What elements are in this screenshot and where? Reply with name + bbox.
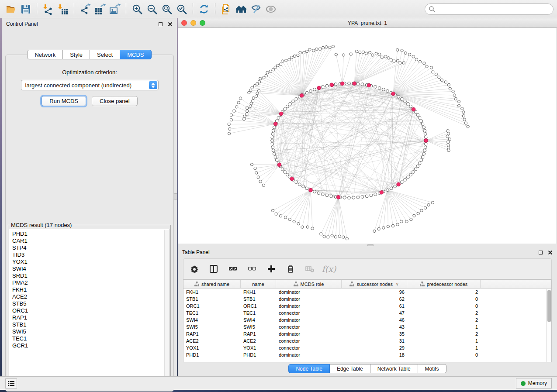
cell-role[interactable]: dominator <box>276 296 342 303</box>
zoom-fit-icon[interactable] <box>159 2 174 16</box>
result-node-item[interactable]: SWI4 <box>12 265 170 272</box>
cell-predecessors[interactable]: 2 <box>407 289 481 296</box>
network-canvas[interactable] <box>178 28 557 246</box>
cell-predecessors[interactable]: 2 <box>407 309 481 316</box>
cell-role[interactable]: connector <box>276 337 342 344</box>
column-header-predecessor-nodes[interactable]: predecessor nodes <box>407 280 481 288</box>
table-row[interactable]: SWI5SWI5connector431 <box>183 323 551 330</box>
cell-role[interactable]: dominator <box>276 303 342 309</box>
save-session-icon[interactable] <box>18 2 33 16</box>
cell-name[interactable]: FKH1 <box>241 289 276 296</box>
export-table-icon[interactable] <box>93 2 107 16</box>
delete-column-icon[interactable] <box>286 264 295 274</box>
cell-successors[interactable]: 62 <box>342 296 407 303</box>
vertical-splitter-handle[interactable] <box>174 193 177 199</box>
cell-successors[interactable]: 31 <box>342 337 407 344</box>
cell-name[interactable]: TEC1 <box>241 309 276 316</box>
birds-eye-view-icon[interactable] <box>263 2 278 16</box>
select-all-icon[interactable] <box>228 264 238 274</box>
cell-predecessors[interactable]: 0 <box>407 296 481 303</box>
result-node-item[interactable]: SWI5 <box>12 328 170 335</box>
zoom-in-icon[interactable] <box>130 2 145 16</box>
table-row[interactable]: PHD1PHD1dominator180 <box>183 351 551 358</box>
cell-shared_name[interactable]: SWI5 <box>183 323 241 330</box>
horizontal-splitter[interactable] <box>178 244 557 247</box>
cell-shared_name[interactable]: STB1 <box>183 296 241 303</box>
memory-button[interactable]: Memory <box>516 378 552 389</box>
close-panel-button[interactable]: Close panel <box>92 96 138 106</box>
cell-predecessors[interactable]: 0 <box>407 351 481 358</box>
cell-predecessors[interactable]: 1 <box>407 323 481 330</box>
tab-edge-table[interactable]: Edge Table <box>330 364 370 373</box>
cell-name[interactable]: ACE2 <box>241 337 276 344</box>
add-column-icon[interactable] <box>266 264 276 274</box>
graphics-details-icon[interactable] <box>249 2 263 16</box>
cell-shared_name[interactable]: FKH1 <box>183 289 241 296</box>
result-node-item[interactable]: TID3 <box>12 251 170 258</box>
table-row[interactable]: ACE2ACE2connector311 <box>183 337 551 344</box>
cell-successors[interactable]: 61 <box>342 303 407 309</box>
cell-shared_name[interactable]: RAP1 <box>183 330 241 337</box>
column-header-shared-name[interactable]: shared name <box>183 280 241 288</box>
float-panel-icon[interactable] <box>159 22 163 26</box>
window-minimize-icon[interactable] <box>190 20 196 26</box>
tab-network[interactable]: Network <box>27 50 63 59</box>
tab-style[interactable]: Style <box>63 50 90 59</box>
cell-successors[interactable]: 29 <box>342 344 407 351</box>
window-close-icon[interactable] <box>181 20 187 26</box>
result-node-item[interactable]: ACE2 <box>12 293 170 300</box>
result-node-item[interactable]: STP4 <box>12 244 170 251</box>
cell-name[interactable]: ORC1 <box>241 303 276 309</box>
table-scrollbar-thumb[interactable] <box>547 290 551 322</box>
cell-predecessors[interactable]: 2 <box>407 316 481 323</box>
import-table-icon[interactable] <box>55 2 70 16</box>
cell-shared_name[interactable]: SWI4 <box>183 316 241 323</box>
mcds-result-list[interactable]: PHD1CAR1STP4TID3YOX1SWI4SRD1PMA2FKH1ACE2… <box>9 229 170 384</box>
column-layout-icon[interactable] <box>209 264 218 274</box>
result-node-item[interactable]: CAR1 <box>12 237 170 244</box>
table-row[interactable]: TEC1TEC1connector472 <box>183 309 551 316</box>
result-node-item[interactable]: TEC1 <box>12 335 170 342</box>
cell-shared_name[interactable]: ACE2 <box>183 337 241 344</box>
cell-role[interactable]: connector <box>276 309 342 316</box>
table-row[interactable]: RAP1RAP1dominator352 <box>183 330 551 337</box>
result-node-item[interactable]: SRD1 <box>12 272 170 279</box>
cell-shared_name[interactable]: TEC1 <box>183 309 241 316</box>
clone-network-icon[interactable] <box>219 2 234 16</box>
optimization-criterion-select[interactable]: largest connected component (undirected) <box>21 80 159 90</box>
result-node-item[interactable]: PHD1 <box>12 230 170 237</box>
zoom-selected-icon[interactable] <box>174 2 189 16</box>
tab-motifs[interactable]: Motifs <box>418 364 446 373</box>
result-list-scrollbar[interactable] <box>164 230 169 383</box>
table-row[interactable]: SWI4SWI4dominator462 <box>183 316 551 323</box>
cell-successors[interactable]: 43 <box>342 323 407 330</box>
tab-node-table[interactable]: Node Table <box>288 364 330 373</box>
table-row[interactable]: ORC1ORC1dominator610 <box>183 303 551 309</box>
gear-icon[interactable] <box>190 264 199 274</box>
cell-successors[interactable]: 47 <box>342 309 407 316</box>
result-node-item[interactable]: ORC1 <box>12 307 170 314</box>
cell-successors[interactable]: 35 <box>342 330 407 337</box>
cell-predecessors[interactable]: 1 <box>407 337 481 344</box>
import-network-icon[interactable] <box>41 2 55 16</box>
table-row[interactable]: STB1STB1dominator620 <box>183 296 551 303</box>
result-node-item[interactable]: PMA2 <box>12 279 170 286</box>
network-window-titlebar[interactable]: YPA_prune.txt_1 <box>178 18 557 28</box>
table-row[interactable]: YOX1YOX1connector291 <box>183 344 551 351</box>
cell-name[interactable]: STB1 <box>241 296 276 303</box>
cell-role[interactable]: dominator <box>276 289 342 296</box>
cell-role[interactable]: dominator <box>276 351 342 358</box>
cell-name[interactable]: SWI4 <box>241 316 276 323</box>
cell-successors[interactable]: 18 <box>342 351 407 358</box>
cell-role[interactable]: dominator <box>276 316 342 323</box>
cell-role[interactable]: dominator <box>276 330 342 337</box>
column-header-successor-nodes[interactable]: successor nodes∨ <box>342 280 407 288</box>
cell-role[interactable]: connector <box>276 323 342 330</box>
search-input[interactable] <box>425 3 554 15</box>
column-header-name[interactable]: name <box>241 280 276 288</box>
table-row[interactable]: FKH1FKH1dominator962 <box>183 289 551 296</box>
cell-successors[interactable]: 96 <box>342 289 407 296</box>
cell-role[interactable]: connector <box>276 344 342 351</box>
run-mcds-button[interactable]: Run MCDS <box>42 96 86 106</box>
float-panel-icon[interactable] <box>539 251 543 254</box>
